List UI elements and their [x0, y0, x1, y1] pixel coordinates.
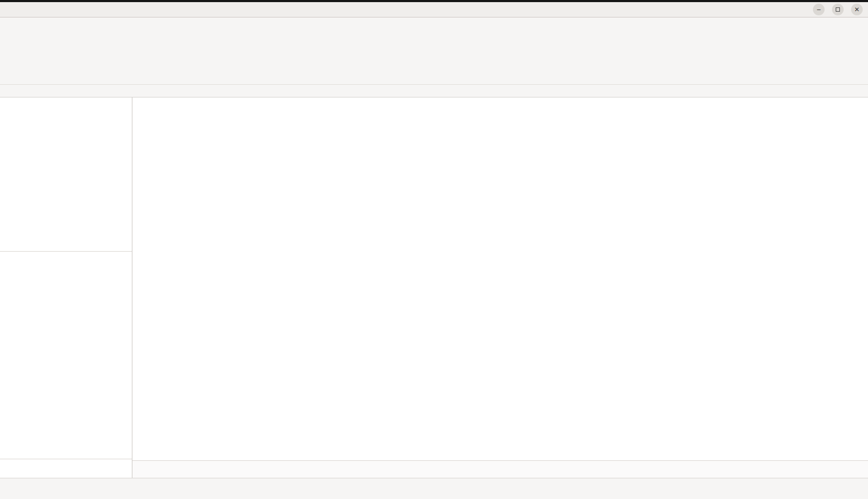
directory-selector[interactable] — [0, 97, 132, 110]
bluefish-window: – ✕ — [0, 0, 868, 499]
main-toolbar — [0, 31, 868, 50]
minimize-icon: – — [817, 6, 821, 13]
window-controls: – ✕ — [813, 4, 863, 15]
minimize-button[interactable]: – — [813, 4, 825, 15]
maximize-button[interactable] — [832, 4, 844, 15]
quickbar-tabs — [0, 50, 868, 64]
file-tree — [0, 110, 132, 251]
side-panel-tabs — [0, 459, 132, 478]
close-button[interactable]: ✕ — [851, 4, 863, 15]
code-editor[interactable] — [132, 97, 868, 460]
side-panel — [0, 97, 132, 478]
file-list — [0, 251, 132, 459]
maximize-icon — [836, 7, 840, 12]
language-tabs — [0, 84, 868, 97]
status-bar — [0, 478, 868, 499]
document-tabs — [132, 460, 868, 478]
main-area — [0, 97, 868, 478]
titlebar: – ✕ — [0, 2, 868, 17]
menu-bar — [0, 17, 868, 31]
close-icon: ✕ — [854, 6, 860, 13]
editor-column — [132, 97, 868, 478]
list-toolbar — [0, 64, 868, 84]
